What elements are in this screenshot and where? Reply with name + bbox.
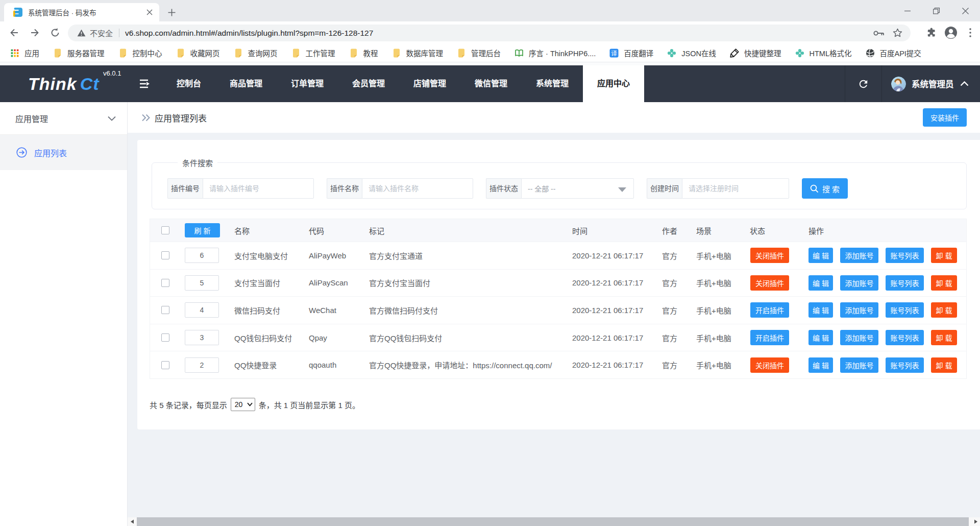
edit-button[interactable]: 编 辑 [808,248,833,263]
create-time-input[interactable] [682,178,789,199]
tab-close-icon[interactable] [145,8,154,17]
add-account-button[interactable]: 添加账号 [840,275,878,291]
row-id-input[interactable]: 4 [185,302,219,318]
search-field-input[interactable] [362,178,473,199]
scroll-left-arrow[interactable] [128,517,136,526]
row-checkbox[interactable] [161,361,169,369]
bookmark-item[interactable]: 服务器管理 [49,46,109,60]
back-button[interactable] [8,27,20,39]
bookmark-item[interactable]: 控制中心 [114,46,166,60]
account-list-button[interactable]: 账号列表 [886,330,924,345]
account-list-button[interactable]: 账号列表 [886,302,924,318]
scroll-right-arrow[interactable] [971,517,980,526]
browser-menu-kebab-icon[interactable] [961,23,980,42]
status-toggle-button[interactable]: 关闭插件 [750,275,789,291]
reload-button[interactable] [49,27,61,39]
horizontal-scrollbar[interactable] [128,517,980,526]
row-checkbox[interactable] [161,306,169,314]
bookmark-item[interactable]: 收藏网页 [172,46,224,60]
row-checkbox[interactable] [161,333,169,342]
bookmark-item[interactable]: 教程 [345,46,382,60]
uninstall-button[interactable]: 卸 载 [931,302,957,318]
top-nav-item[interactable]: 系统管理 [522,65,583,102]
top-nav-item[interactable]: 应用中心 [583,65,644,102]
account-list-button[interactable]: 账号列表 [886,275,924,291]
add-account-button[interactable]: 添加账号 [840,302,878,318]
row-id-input[interactable]: 3 [185,330,219,345]
row-actions: 编 辑 添加账号 账号列表 卸 载 [802,330,966,345]
add-account-button[interactable]: 添加账号 [840,248,878,263]
row-id-input[interactable]: 6 [185,248,219,263]
account-list-button[interactable]: 账号列表 [886,248,924,263]
bookmark-item[interactable]: HTML格式化 [791,46,856,60]
bookmark-item[interactable]: JSON在线 [663,46,720,60]
new-tab-button[interactable] [166,7,177,17]
bookmark-item[interactable]: 管理后台 [453,46,505,60]
search-button[interactable]: 搜 索 [802,178,848,199]
status-toggle-button[interactable]: 开启插件 [750,330,789,345]
window-minimize-button[interactable] [893,0,922,21]
status-toggle-button[interactable]: 关闭插件 [750,248,789,263]
forward-button[interactable] [29,27,41,39]
bookmark-item[interactable]: 应用 [6,46,43,60]
top-nav-item[interactable]: 控制台 [162,65,215,102]
top-nav-item[interactable]: 会员管理 [338,65,399,102]
top-nav-item[interactable]: 微信管理 [460,65,522,102]
user-menu[interactable]: 系统管理员 [891,65,969,102]
bookmark-item[interactable]: 数据库管理 [388,46,448,60]
profile-avatar-icon[interactable] [941,23,961,42]
install-plugin-button[interactable]: 安装插件 [923,108,967,127]
status-toggle-button[interactable]: 开启插件 [750,302,789,318]
uninstall-button[interactable]: 卸 载 [931,357,957,373]
select-all-checkbox[interactable] [161,226,169,234]
search-field-input[interactable] [203,178,314,199]
add-account-button[interactable]: 添加账号 [840,330,878,345]
per-page-select[interactable]: 20 [231,398,255,411]
row-checkbox[interactable] [161,251,169,259]
bookmark-item[interactable]: 百度API提交 [862,46,925,60]
bookmark-star-icon[interactable] [893,28,902,38]
cell-code: qqoauth [303,361,363,369]
uninstall-button[interactable]: 卸 载 [931,248,957,263]
url-text: v6.shop.com/admin.html#/admin/lists/plug… [125,29,873,38]
bookmark-item[interactable]: 百度翻译 [605,46,657,60]
browser-tab[interactable]: 系统管理后台 · 码发布 [4,3,159,21]
bookmark-item[interactable]: 快捷键整理 [726,46,786,60]
extensions-puzzle-icon[interactable] [922,23,941,42]
plugin-status-select[interactable]: -- 全部 -- [521,178,634,199]
status-cell: 关闭插件 [744,357,802,373]
top-nav-item[interactable]: 商品管理 [215,65,277,102]
top-nav-item[interactable]: 店铺管理 [399,65,460,102]
add-account-button[interactable]: 添加账号 [840,357,878,373]
refresh-button[interactable]: 刷 新 [185,223,220,237]
sidebar-group-app-management[interactable]: 应用管理 [0,102,127,135]
cell-time: 2020-12-21 06:17:17 [566,251,656,260]
scrollbar-thumb[interactable] [137,517,969,526]
uninstall-button[interactable]: 卸 载 [931,330,957,345]
id-cell: 5 [181,275,228,291]
bookmark-item[interactable]: 序言 · ThinkPHP6.... [510,46,600,60]
sidebar-item-app-list[interactable]: 应用列表 [0,135,127,170]
row-id-input[interactable]: 2 [185,357,219,373]
plugin-status-label: 插件状态 [486,178,521,199]
edit-button[interactable]: 编 辑 [808,302,833,318]
top-nav-item[interactable]: 订单管理 [277,65,338,102]
status-toggle-button[interactable]: 关闭插件 [750,357,789,373]
account-list-button[interactable]: 账号列表 [886,357,924,373]
edit-button[interactable]: 编 辑 [808,275,833,291]
status-cell: 开启插件 [744,302,802,318]
password-key-icon[interactable] [873,30,885,36]
row-checkbox[interactable] [161,279,169,287]
menu-collapse-icon[interactable] [138,65,152,102]
app-logo: ThinkCt [28,65,100,102]
row-id-input[interactable]: 5 [185,275,219,291]
bookmark-item[interactable]: 查询网页 [230,46,282,60]
page-refresh-icon[interactable] [856,65,870,102]
address-bar[interactable]: 不安全 v6.shop.com/admin.html#/admin/lists/… [68,25,911,41]
window-restore-button[interactable] [922,0,951,21]
edit-button[interactable]: 编 辑 [808,330,833,345]
bookmark-item[interactable]: 工作管理 [287,46,339,60]
uninstall-button[interactable]: 卸 载 [931,275,957,291]
window-close-button[interactable] [951,0,980,21]
edit-button[interactable]: 编 辑 [808,357,833,373]
